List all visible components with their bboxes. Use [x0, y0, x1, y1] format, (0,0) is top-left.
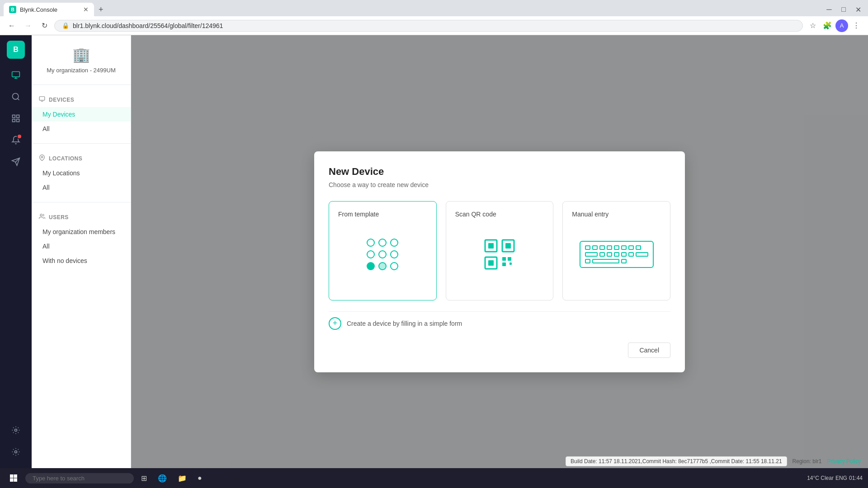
left-nav: 🏢 My organization - 2499UM DEVICES My De…	[32, 35, 131, 488]
from-template-card[interactable]: From template	[329, 201, 437, 300]
locations-section-label: LOCATIONS	[49, 155, 82, 162]
taskbar-chrome-button[interactable]: ●	[194, 472, 206, 484]
address-bar[interactable]: 🔒 blr1.blynk.cloud/dashboard/25564/globa…	[54, 20, 803, 32]
sidebar: B	[0, 35, 32, 488]
kb-row-3	[585, 259, 648, 263]
sidebar-logo[interactable]: B	[7, 41, 25, 59]
template-dot-1	[367, 239, 375, 247]
close-window-button[interactable]: ✕	[852, 3, 864, 16]
template-dot-8	[378, 262, 387, 270]
kb-key	[636, 245, 641, 250]
form-row-text: Create a device by filling in a simple f…	[347, 320, 462, 327]
menu-button[interactable]: ⋮	[850, 19, 863, 32]
nav-item-my-locations[interactable]: My Locations	[32, 166, 131, 180]
taskbar-sys-area: 14°C Clear ENG 01:44	[807, 475, 863, 481]
users-section-label: USERS	[49, 214, 69, 221]
nav-item-all-devices[interactable]: All	[32, 122, 131, 136]
svg-rect-24	[502, 257, 506, 261]
taskbar-search-input[interactable]	[25, 473, 134, 483]
manual-entry-card[interactable]: Manual entry	[562, 201, 670, 300]
nav-divider-3	[32, 202, 131, 202]
nav-item-all-locations[interactable]: All	[32, 180, 131, 195]
locations-section-header: LOCATIONS	[32, 151, 131, 166]
maximize-button[interactable]: □	[837, 3, 850, 16]
forward-button[interactable]: →	[22, 19, 34, 32]
svg-rect-25	[508, 257, 511, 261]
from-template-label: From template	[338, 211, 379, 218]
qr-code-icon	[481, 236, 518, 272]
region-text: Region: blr1	[793, 458, 822, 465]
sidebar-icon-apps[interactable]	[7, 109, 25, 127]
taskbar-view-button[interactable]: ⊞	[137, 472, 151, 484]
users-section-header: USERS	[32, 210, 131, 225]
modal-footer: Cancel	[329, 343, 670, 358]
profile-button[interactable]: A	[835, 19, 848, 32]
svg-point-17	[40, 214, 42, 216]
minimize-button[interactable]: ─	[823, 3, 835, 16]
from-template-icon-area	[367, 218, 398, 291]
start-button[interactable]	[5, 473, 22, 483]
modal-subtitle: Choose a way to create new device	[329, 181, 670, 188]
template-dot-4	[367, 250, 375, 258]
scan-qr-label: Scan QR code	[455, 211, 496, 218]
browser-chrome: B Blynk.Console ✕ + ─ □ ✕ ← → ↻ 🔒 blr1.b…	[0, 0, 868, 35]
sidebar-icon-org-settings[interactable]	[7, 421, 25, 439]
sidebar-icon-devices[interactable]	[7, 66, 25, 84]
nav-section-locations: LOCATIONS My Locations All	[32, 147, 131, 198]
nav-item-org-members[interactable]: My organization members	[32, 225, 131, 239]
org-building-icon: 🏢	[72, 46, 90, 63]
options-row: From template	[329, 201, 670, 300]
kb-key	[621, 245, 627, 250]
kb-row-2	[585, 252, 648, 257]
svg-rect-27	[509, 263, 512, 265]
svg-rect-21	[505, 243, 511, 249]
svg-point-16	[41, 156, 43, 158]
sidebar-icon-notifications[interactable]	[7, 131, 25, 149]
new-tab-button[interactable]: +	[96, 5, 106, 14]
cancel-button[interactable]: Cancel	[628, 343, 670, 358]
sidebar-icon-search[interactable]	[7, 88, 25, 106]
taskbar-temp: 14°C Clear	[807, 475, 834, 481]
kb-key	[599, 252, 605, 257]
taskbar-edge-button[interactable]: 🌐	[154, 472, 170, 484]
nav-item-no-devices[interactable]: With no devices	[32, 253, 131, 268]
devices-section-label: DEVICES	[49, 97, 74, 103]
org-header: 🏢 My organization - 2499UM	[32, 42, 131, 81]
sidebar-icon-send[interactable]	[7, 153, 25, 171]
nav-item-all-users[interactable]: All	[32, 239, 131, 253]
scan-qr-card[interactable]: Scan QR code	[446, 201, 554, 300]
taskbar-time: 01:44	[849, 475, 863, 481]
keyboard-icon	[580, 241, 654, 268]
template-dot-9	[390, 262, 398, 270]
svg-rect-6	[17, 115, 19, 118]
kb-spacebar	[592, 259, 619, 263]
windows-taskbar: ⊞ 🌐 📁 ● 14°C Clear ENG 01:44	[0, 468, 868, 488]
nav-item-my-devices[interactable]: My Devices	[32, 107, 131, 122]
reload-button[interactable]: ↻	[38, 19, 51, 32]
template-grid-icon	[367, 239, 398, 270]
kb-key-wide	[585, 252, 598, 257]
build-info-text: Build Date: 11:57 18.11.2021,Commit Hash…	[566, 456, 787, 466]
manual-entry-label: Manual entry	[572, 211, 609, 218]
tab-favicon: B	[9, 6, 16, 13]
browser-titlebar: B Blynk.Console ✕ + ─ □ ✕	[0, 0, 868, 16]
devices-section-header: DEVICES	[32, 92, 131, 107]
extensions-icon[interactable]: 🧩	[821, 19, 834, 32]
star-icon[interactable]: ☆	[807, 19, 819, 32]
build-info-bar: Build Date: 11:57 18.11.2021,Commit Hash…	[0, 455, 868, 468]
browser-tab[interactable]: B Blynk.Console ✕	[4, 3, 94, 16]
kb-key	[599, 245, 605, 250]
privacy-policy-link[interactable]: Privacy Policy	[827, 458, 861, 465]
scan-qr-icon-area	[481, 218, 518, 291]
locations-section-icon	[39, 155, 45, 162]
modal-backdrop[interactable]: New Device Choose a way to create new de…	[131, 35, 868, 488]
kb-key	[628, 245, 634, 250]
template-dot-6	[390, 250, 398, 258]
back-button[interactable]: ←	[5, 19, 18, 32]
plus-icon[interactable]: +	[329, 317, 341, 330]
tab-title: Blynk.Console	[20, 6, 57, 13]
tab-close-button[interactable]: ✕	[83, 6, 89, 13]
taskbar-files-button[interactable]: 📁	[174, 472, 190, 484]
toolbar-actions: ☆ 🧩 A ⋮	[807, 19, 863, 32]
svg-rect-5	[13, 115, 15, 118]
